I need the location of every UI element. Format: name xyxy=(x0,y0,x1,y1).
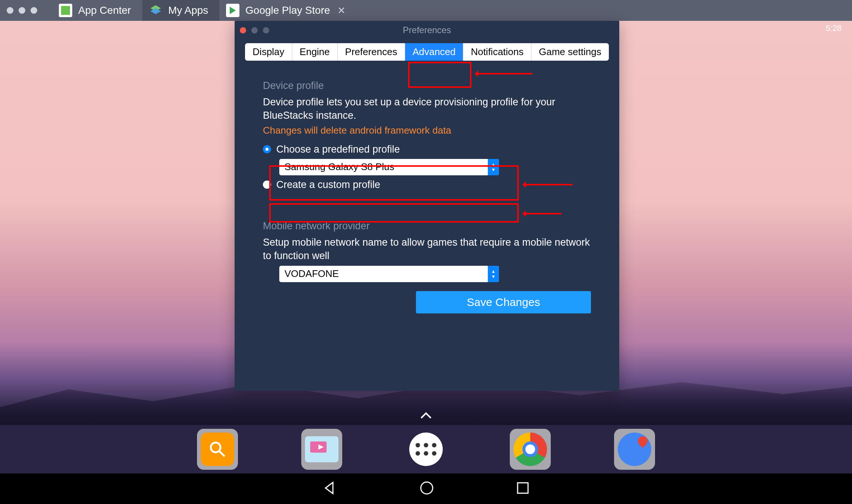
preferences-window: Preferences Display Engine Preferences A… xyxy=(235,21,619,391)
tab-engine[interactable]: Engine xyxy=(292,43,338,61)
svg-point-4 xyxy=(211,443,220,452)
recents-icon[interactable] xyxy=(516,481,530,496)
android-navbar xyxy=(0,473,852,504)
dock-app-media[interactable] xyxy=(301,429,342,470)
annotation-box xyxy=(269,165,519,201)
maps-icon xyxy=(618,433,651,466)
svg-rect-0 xyxy=(61,6,70,15)
svg-line-5 xyxy=(219,451,225,456)
chevron-up-icon[interactable] xyxy=(420,409,432,421)
close-icon[interactable]: ✕ xyxy=(337,5,346,16)
radio-predefined-profile[interactable]: Choose a predefined profile xyxy=(263,144,591,155)
play-store-icon xyxy=(226,4,239,17)
minimize-icon[interactable] xyxy=(251,27,258,34)
preferences-titlebar: Preferences xyxy=(235,21,619,39)
tab-advanced[interactable]: Advanced xyxy=(405,43,464,61)
svg-marker-8 xyxy=(325,482,333,494)
dock-app-chrome[interactable] xyxy=(510,429,551,470)
annotation-box xyxy=(408,62,471,88)
tab-app-center[interactable]: App Center xyxy=(52,0,142,21)
tab-google-play[interactable]: Google Play Store ✕ xyxy=(219,0,357,21)
close-dot[interactable] xyxy=(7,7,13,14)
home-icon[interactable] xyxy=(419,481,434,497)
window-traffic-lights[interactable] xyxy=(7,7,37,14)
apps-grid-icon xyxy=(409,433,443,466)
preferences-title: Preferences xyxy=(403,25,451,35)
back-icon[interactable] xyxy=(322,481,337,497)
myapps-icon xyxy=(149,4,162,17)
minimize-dot[interactable] xyxy=(19,7,25,14)
dock-app-search[interactable] xyxy=(197,429,238,470)
annotation-box xyxy=(269,203,519,223)
dock xyxy=(0,425,852,473)
search-icon xyxy=(201,433,234,466)
annotation-arrow xyxy=(524,184,573,185)
tab-label: My Apps xyxy=(168,4,208,16)
tab-notifications[interactable]: Notifications xyxy=(463,43,531,61)
svg-rect-10 xyxy=(518,483,528,493)
svg-marker-3 xyxy=(230,7,236,14)
device-profile-warning: Changes will delete android framework da… xyxy=(263,125,591,136)
dock-app-maps[interactable] xyxy=(614,429,655,470)
tab-display[interactable]: Display xyxy=(245,43,292,61)
preferences-tabbar: Display Engine Preferences Advanced Noti… xyxy=(245,43,608,61)
folder-icon xyxy=(305,436,338,462)
chevron-updown-icon[interactable]: ▲▼ xyxy=(488,266,499,282)
radio-icon[interactable] xyxy=(263,145,271,153)
titlebar: App Center My Apps Google Play Store ✕ xyxy=(0,0,852,21)
tab-label: Google Play Store xyxy=(245,4,330,16)
zoom-icon[interactable] xyxy=(263,27,269,34)
tab-my-apps[interactable]: My Apps xyxy=(142,0,219,21)
radio-label: Choose a predefined profile xyxy=(276,144,400,155)
svg-point-9 xyxy=(421,482,433,494)
save-changes-button[interactable]: Save Changes xyxy=(416,291,591,313)
tab-game-settings[interactable]: Game settings xyxy=(531,43,609,61)
network-dropdown[interactable]: VODAFONE ▲▼ xyxy=(279,266,499,282)
zoom-dot[interactable] xyxy=(31,7,37,14)
annotation-arrow xyxy=(524,213,562,214)
status-time: 5:28 xyxy=(826,23,842,33)
dropdown-value: VODAFONE xyxy=(284,268,339,280)
close-icon[interactable] xyxy=(240,27,246,34)
chrome-icon xyxy=(514,433,547,466)
dock-app-all-apps[interactable] xyxy=(406,429,446,470)
tab-preferences[interactable]: Preferences xyxy=(338,43,405,61)
tab-label: App Center xyxy=(78,4,131,16)
device-profile-description: Device profile lets you set up a device … xyxy=(263,95,591,122)
network-description: Setup mobile network name to allow games… xyxy=(263,236,591,263)
appcenter-icon xyxy=(59,4,72,17)
annotation-arrow xyxy=(477,73,532,74)
